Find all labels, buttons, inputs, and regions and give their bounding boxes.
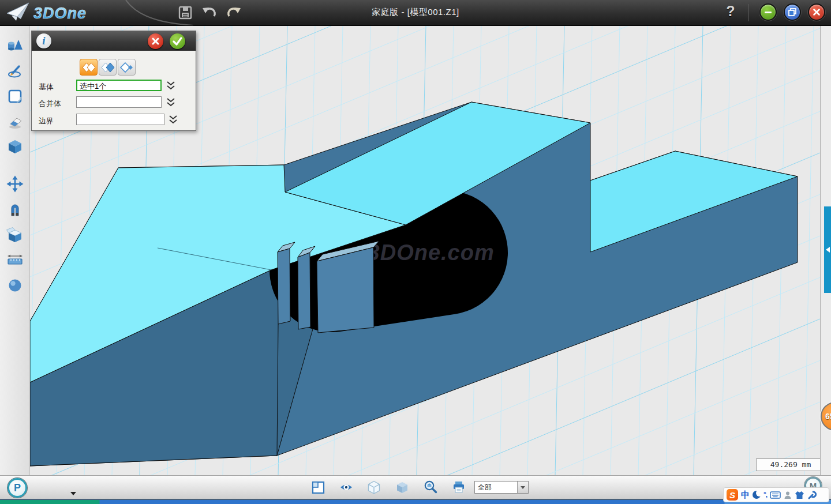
sketch-plane-button[interactable] [5,86,25,106]
bottom-toolbar: P [0,475,831,499]
redo-button[interactable] [225,4,242,21]
boolean-subtract-icon [100,62,115,73]
help-button[interactable]: ? [723,3,739,20]
visibility-button[interactable] [337,478,355,497]
skin-shirt-icon[interactable] [795,491,804,499]
cancel-x-icon [151,37,160,46]
save-button[interactable] [177,4,194,21]
minimize-icon [764,8,772,16]
primitives-icon [6,37,24,54]
zoom-magnifier-icon [423,480,438,495]
dialog-confirm-button[interactable] [170,33,185,49]
sogou-icon[interactable]: S [727,489,738,501]
special-box-button[interactable] [5,225,25,245]
undo-button[interactable] [201,4,218,21]
svg-text:3DOne: 3DOne [33,5,87,22]
boolean-dialog: i 基体 选中1个 合并体 [31,31,196,131]
feature-cube-icon [6,138,24,156]
eraser-icon [6,113,24,130]
model-plate-3[interactable] [317,241,379,333]
print-icon [451,480,466,495]
expand-chevrons-icon[interactable] [169,115,178,125]
ime-language-toggle[interactable]: 中 [741,490,750,501]
boolean-intersect-icon [119,62,134,73]
print-button[interactable] [450,478,468,497]
check-icon [173,37,182,46]
shaded-view-button[interactable] [393,478,411,497]
display-filter-value: 全部 [475,482,517,493]
chevron-left-icon [826,247,830,253]
boolean-add-button[interactable] [80,59,98,76]
measure-ruler-icon [6,251,24,269]
shaded-view-icon [395,480,410,495]
measure-button[interactable] [5,250,25,270]
eraser-button[interactable] [5,112,25,131]
profile-badge[interactable]: P [8,478,27,498]
left-toolbar [0,25,30,475]
sketch-pencil-icon [6,62,24,80]
title-bar: 3DOne 家庭版 - [模型001.Z1] ? [0,0,831,26]
magnet-constraint-icon [6,201,24,218]
boundary-field[interactable] [76,114,164,125]
sketch-plane-icon [6,88,24,105]
display-filter-dropdown[interactable]: 全部 [474,481,529,494]
material-button[interactable] [5,276,25,295]
view-orientation-button[interactable] [309,478,327,497]
zoom-button[interactable] [421,478,440,497]
close-button[interactable] [808,3,825,21]
dialog-header[interactable]: i [32,31,196,51]
boolean-add-icon [81,62,96,73]
os-taskbar-edge [0,499,831,504]
magnet-button[interactable] [5,200,25,219]
moon-icon[interactable] [753,491,761,499]
dimension-readout: 49.269 mm [756,458,825,471]
document-title: 家庭版 - [模型001.Z1] [254,7,577,18]
close-icon [813,8,821,16]
titlebar-separator [748,4,749,21]
ime-toolbar: S 中 °, [723,487,829,502]
special-box-icon [6,226,24,243]
undo-icon [202,6,217,20]
user-icon[interactable] [784,491,792,499]
dialog-cancel-button[interactable] [148,33,163,49]
field-label-merge: 合并体 [39,99,61,109]
restore-button[interactable] [784,3,801,21]
primitives-button[interactable] [5,36,25,55]
watermark-text: i3DOne.com [361,240,495,265]
dropdown-arrow-button[interactable] [517,482,528,493]
save-icon [178,6,192,20]
minimize-button[interactable] [759,3,777,21]
expand-chevrons-icon[interactable] [166,97,175,107]
keyboard-icon[interactable] [770,491,781,499]
model-3d[interactable]: i3DOne.com [30,102,798,466]
wireframe-view-button[interactable] [365,478,383,497]
feature-cube-button[interactable] [5,137,25,157]
view-corner-icon [310,480,325,495]
move-arrows-icon [6,175,24,193]
app-logo: 3DOne [3,0,136,25]
ime-punctuation-toggle[interactable]: °, [763,491,767,499]
field-label-base: 基体 [39,82,54,92]
caret-down-icon [521,486,525,489]
wireframe-view-icon [366,480,381,495]
expand-chevrons-icon[interactable] [166,81,175,91]
panel-collapse-tab[interactable] [824,206,831,293]
visibility-eye-icon [339,480,354,495]
merge-body-field[interactable] [76,96,162,108]
redo-icon [226,6,241,20]
boolean-intersect-button[interactable] [118,59,136,76]
boolean-subtract-button[interactable] [99,59,117,76]
paper-plane-icon [7,3,29,21]
restore-icon [788,8,796,16]
field-label-boundary: 边界 [39,116,54,126]
caret-down-icon[interactable] [70,492,76,495]
move-button[interactable] [5,174,25,194]
sketch-button[interactable] [5,61,25,81]
toolbox-wrench-icon[interactable] [807,491,817,499]
base-body-field[interactable]: 选中1个 [76,80,162,91]
material-sphere-icon [6,277,24,294]
info-icon: i [36,33,51,48]
